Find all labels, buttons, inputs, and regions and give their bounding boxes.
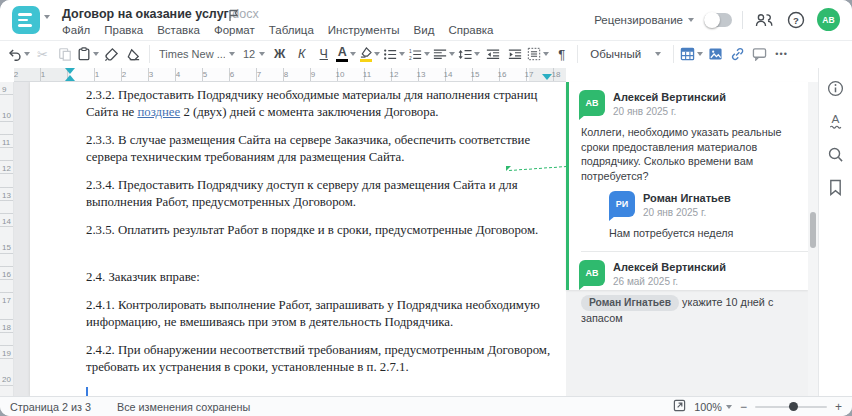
highlight-caret-icon[interactable] — [374, 52, 380, 56]
bold-button[interactable]: Ж — [269, 43, 290, 65]
font-color-button[interactable]: А — [335, 43, 357, 65]
paragraph-2-3-5[interactable]: 2.3.5. Оплатить результат Работ в порядк… — [86, 222, 552, 239]
format-painter-button[interactable] — [101, 43, 122, 65]
menu-insert[interactable]: Вставка — [157, 24, 200, 36]
logo-menu-caret-icon[interactable] — [44, 15, 50, 19]
insert-link-button[interactable] — [727, 43, 748, 65]
cut-button[interactable]: ✂ — [32, 43, 53, 65]
align-caret-icon[interactable] — [449, 52, 455, 56]
font-color-caret-icon[interactable] — [350, 52, 356, 56]
paragraph-2-4-1[interactable]: 2.4.1. Контролировать выполнение Работ, … — [86, 297, 552, 330]
fit-width-icon[interactable] — [673, 399, 686, 414]
menu-help[interactable]: Справка — [448, 24, 493, 36]
insert-comment-button[interactable] — [749, 43, 770, 65]
first-line-indent-marker[interactable] — [65, 68, 75, 74]
numbered-list-caret-icon[interactable] — [424, 52, 430, 56]
empty-paragraph[interactable] — [86, 251, 552, 269]
comment-anchor-text[interactable]: позднее — [137, 105, 180, 119]
copy-button[interactable] — [54, 43, 75, 65]
menu-file[interactable]: Файл — [62, 24, 90, 36]
left-indent-marker[interactable] — [65, 75, 75, 81]
review-toggle[interactable] — [704, 13, 732, 27]
font-name-select[interactable]: Times New ... — [155, 43, 239, 65]
collaboration-users-icon[interactable] — [753, 9, 775, 31]
zoom-out-button[interactable]: − — [740, 401, 747, 413]
increase-indent-button[interactable] — [504, 43, 525, 65]
italic-button[interactable]: К — [291, 43, 312, 65]
document-title-text: Договор на оказание услуг — [62, 7, 229, 21]
comment-thread-card[interactable]: АВ Алексей Вертинский 20 янв 2025 г. Кол… — [566, 82, 808, 290]
line-spacing-caret-icon[interactable] — [474, 52, 480, 56]
comment-2-header: РИ Роман Игнатьев 20 янв 2025 г. — [599, 183, 808, 218]
paragraph-2-3-3[interactable]: 2.3.3. В случае размещения Сайта на серв… — [86, 132, 552, 165]
paste-caret-icon[interactable] — [93, 52, 99, 56]
review-caret-icon — [688, 18, 694, 22]
paste-button[interactable] — [76, 43, 100, 65]
decrease-indent-button[interactable] — [482, 43, 503, 65]
toolbar: ✂ Times New ... 12 Ж К Ч А — [0, 40, 852, 67]
show-paragraph-marks-button[interactable]: ¶ — [551, 43, 572, 65]
zoom-caret-icon — [726, 405, 732, 409]
right-indent-marker[interactable] — [542, 74, 552, 80]
zoom-in-button[interactable]: + — [835, 401, 842, 413]
menu-tools[interactable]: Инструменты — [328, 24, 400, 36]
comment-3-header: АВ Алексей Вертинский 26 май 2025 г. — [569, 252, 808, 287]
ruler-number: 14 — [2, 217, 11, 226]
vertical-scrollbar[interactable] — [808, 82, 818, 396]
page-indicator[interactable]: Страница 2 из 3 — [10, 401, 91, 413]
zoom-level-select[interactable]: 100% — [694, 401, 732, 413]
menu-format[interactable]: Формат — [214, 24, 255, 36]
highlight-color-button[interactable] — [358, 43, 381, 65]
insert-table-button[interactable] — [679, 43, 704, 65]
user-avatar[interactable]: АВ — [817, 8, 840, 31]
header-divider — [742, 11, 743, 29]
document-page[interactable]: 2.3.2. Предоставить Подрядчику необходим… — [30, 82, 566, 396]
comment-1-avatar: АВ — [579, 90, 605, 116]
search-icon[interactable] — [826, 144, 846, 164]
bullet-list-caret-icon[interactable] — [399, 52, 405, 56]
menu-edit[interactable]: Правка — [104, 24, 143, 36]
paragraph-style-select[interactable]: Обычный — [583, 43, 668, 65]
bullet-list-button[interactable] — [382, 43, 406, 65]
paragraph-2-4[interactable]: 2.4. Заказчик вправе: — [86, 269, 552, 286]
scrollbar-thumb[interactable] — [810, 212, 816, 248]
review-mode-dropdown[interactable]: Рецензирование — [594, 14, 694, 26]
borders-caret-icon[interactable] — [543, 52, 549, 56]
help-icon[interactable]: ? — [785, 9, 807, 31]
mention-pill[interactable]: Роман Игнатьев — [581, 295, 679, 311]
app-logo-icon[interactable] — [12, 6, 40, 34]
comment-connector-arrow-icon — [506, 166, 511, 171]
paragraph-2-3-2[interactable]: 2.3.2. Предоставить Подрядчику необходим… — [86, 87, 552, 120]
ruler-number: 15 — [471, 70, 480, 79]
numbered-list-button[interactable]: 12 — [407, 43, 431, 65]
vertical-ruler[interactable]: 91011121314151617181920 — [0, 82, 14, 396]
align-button[interactable] — [432, 43, 456, 65]
comment-3-author: Алексей Вертинский — [613, 261, 726, 273]
paragraph-2-3-4[interactable]: 2.3.4. Предоставить Подрядчику доступ к … — [86, 177, 552, 210]
menu-table[interactable]: Таблица — [269, 24, 314, 36]
comment-reply[interactable]: РИ Роман Игнатьев 20 янв 2025 г. Нам пот… — [599, 183, 808, 241]
font-size-select[interactable]: 12 — [240, 43, 268, 65]
spellcheck-icon[interactable]: А — [826, 111, 846, 131]
zoom-slider-knob[interactable] — [789, 402, 798, 411]
bookmark-icon[interactable] — [826, 177, 846, 197]
zoom-slider[interactable] — [755, 406, 827, 408]
underline-button[interactable]: Ч — [313, 43, 334, 65]
header-right-controls: Рецензирование ? АВ — [594, 8, 840, 31]
clear-style-button[interactable] — [123, 43, 144, 65]
horizontal-ruler[interactable]: 21123456789101112131415161718 — [14, 68, 566, 82]
paragraph-borders-button[interactable] — [526, 43, 550, 65]
menu-view[interactable]: Вид — [414, 24, 435, 36]
ruler-number: 9 — [2, 85, 6, 94]
info-icon[interactable] — [826, 78, 846, 98]
line-spacing-button[interactable] — [457, 43, 481, 65]
paragraph-2-4-2[interactable]: 2.4.2. При обнаружении несоответствий тр… — [86, 342, 552, 375]
document-text[interactable]: 2.3.2. Предоставить Подрядчику необходим… — [86, 87, 552, 396]
undo-button[interactable] — [6, 43, 31, 65]
table-caret-icon[interactable] — [697, 52, 703, 56]
ruler-number: 18 — [2, 323, 11, 332]
more-tools-button[interactable]: ••• — [771, 43, 792, 65]
insert-image-button[interactable] — [705, 43, 726, 65]
undo-caret-icon[interactable] — [24, 52, 30, 56]
style-caret-icon — [655, 52, 661, 56]
